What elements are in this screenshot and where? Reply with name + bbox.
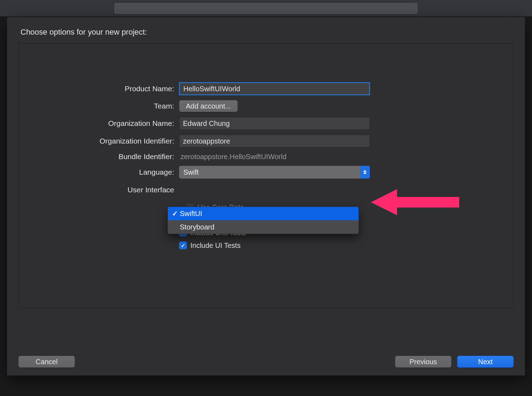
- user-interface-dropdown[interactable]: ✓ SwiftUI Storyboard: [167, 206, 359, 234]
- dropdown-option-swiftui[interactable]: ✓ SwiftUI: [168, 207, 359, 220]
- language-label: Language:: [19, 168, 174, 176]
- user-interface-select[interactable]: [179, 184, 370, 196]
- window-titlebar: [0, 0, 532, 17]
- next-button[interactable]: Next: [457, 356, 514, 368]
- checkmark-icon: ✓: [172, 209, 178, 218]
- select-stepper-icon: [360, 166, 370, 179]
- organization-name-label: Organization Name:: [19, 119, 174, 128]
- language-value: Swift: [183, 168, 199, 176]
- user-interface-label: User Interface: [19, 186, 174, 194]
- organization-identifier-label: Organization Identifier:: [19, 137, 174, 145]
- include-ui-tests-label: Include UI Tests: [190, 241, 241, 250]
- cancel-button[interactable]: Cancel: [18, 356, 75, 368]
- new-project-options-dialog: Choose options for your new project: Pro…: [7, 17, 525, 375]
- dialog-button-row: Cancel Previous Next: [18, 356, 514, 368]
- previous-button[interactable]: Previous: [395, 356, 451, 368]
- organization-identifier-input[interactable]: [179, 135, 370, 147]
- organization-name-input[interactable]: [179, 117, 370, 130]
- bundle-identifier-label: Bundle Identifier:: [19, 152, 174, 161]
- dropdown-option-label: Storyboard: [180, 223, 214, 231]
- product-name-input[interactable]: [179, 82, 370, 95]
- add-account-button[interactable]: Add account...: [179, 100, 238, 112]
- options-frame: Product Name: Team: Add account... Organ…: [18, 43, 514, 308]
- bundle-identifier-value: zerotoappstore.HelloSwiftUIWorld: [179, 153, 370, 161]
- include-ui-tests-row[interactable]: ✓ Include UI Tests: [179, 240, 370, 251]
- team-label: Team:: [19, 102, 174, 110]
- language-select[interactable]: Swift: [179, 166, 370, 179]
- dropdown-option-label: SwiftUI: [180, 210, 202, 218]
- include-ui-tests-checkbox[interactable]: ✓: [179, 241, 187, 249]
- dialog-title: Choose options for your new project:: [20, 28, 514, 37]
- team-cell: Add account...: [179, 100, 370, 112]
- product-name-label: Product Name:: [19, 85, 174, 93]
- dropdown-option-storyboard[interactable]: Storyboard: [168, 220, 359, 234]
- toolbar-search-field[interactable]: [114, 3, 418, 14]
